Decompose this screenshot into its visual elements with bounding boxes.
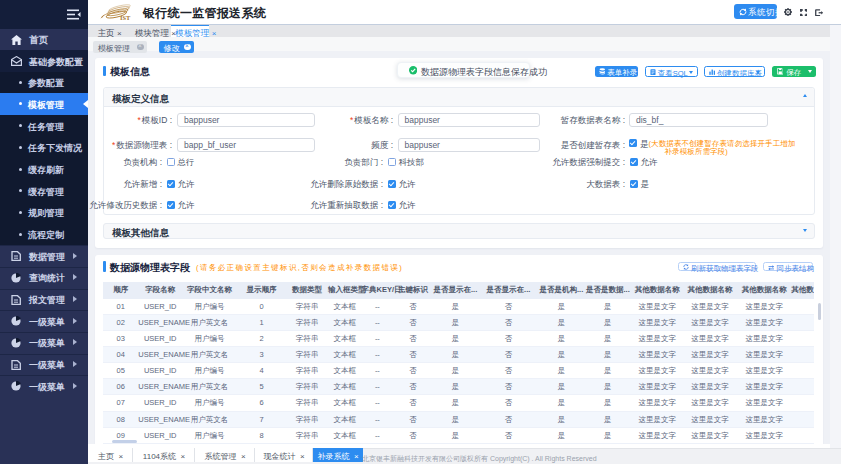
svg-text:IST: IST <box>120 14 131 21</box>
